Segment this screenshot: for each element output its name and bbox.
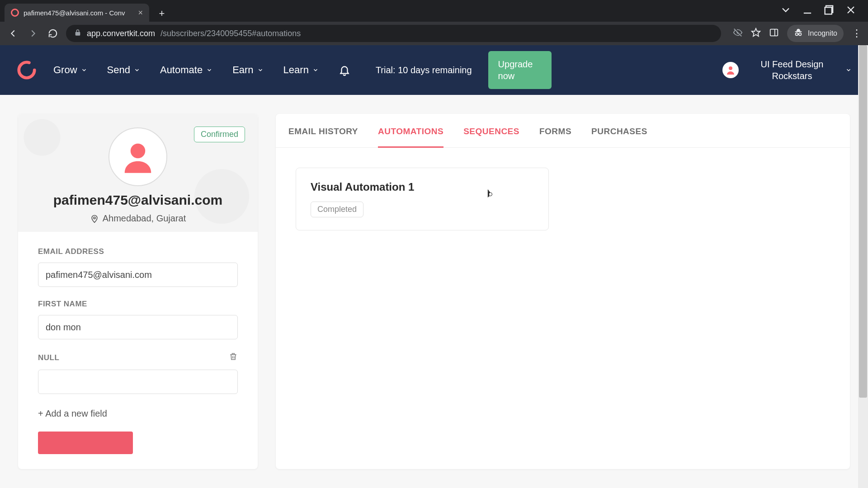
- location-pin-icon: [90, 214, 99, 223]
- status-badge: Confirmed: [194, 127, 245, 142]
- nav-automate[interactable]: Automate: [160, 64, 212, 76]
- nav-earn-label: Earn: [232, 64, 253, 76]
- account-name: UI Feed Design Rockstars: [747, 58, 837, 82]
- side-panel-icon[interactable]: [769, 28, 779, 39]
- svg-rect-6: [770, 29, 778, 36]
- automation-card-status: Completed: [311, 202, 363, 217]
- svg-point-13: [131, 144, 146, 159]
- nav-grow-label: Grow: [53, 64, 77, 76]
- svg-marker-5: [752, 28, 760, 36]
- nav-automate-label: Automate: [160, 64, 203, 76]
- chevron-down-icon: [845, 67, 852, 73]
- location-text: Ahmedabad, Gujarat: [103, 213, 186, 224]
- minimize-button[interactable]: [801, 4, 814, 18]
- email-field[interactable]: [38, 263, 238, 287]
- browser-tab[interactable]: pafimen475@alvisani.com - Conv ×: [5, 4, 149, 22]
- scrollbar-thumb[interactable]: [859, 45, 867, 398]
- nav-learn[interactable]: Learn: [283, 64, 319, 76]
- reload-button[interactable]: [46, 27, 60, 40]
- notifications-bell-icon[interactable]: [339, 64, 350, 76]
- url-path: /subscribers/2340095455#automations: [160, 29, 301, 38]
- null-field[interactable]: [38, 370, 238, 394]
- add-field-button[interactable]: + Add a new field: [38, 408, 238, 419]
- nav-earn[interactable]: Earn: [232, 64, 263, 76]
- convertkit-logo-icon[interactable]: [16, 60, 37, 80]
- first-name-field[interactable]: [38, 315, 238, 339]
- address-bar[interactable]: app.convertkit.com/subscribers/234009545…: [66, 25, 721, 42]
- email-field-label: EMAIL ADDRESS: [38, 247, 238, 256]
- nav-grow[interactable]: Grow: [53, 64, 87, 76]
- app-header: Grow Send Automate Earn Learn Trial: 10 …: [0, 45, 868, 95]
- upgrade-button[interactable]: Upgrade now: [488, 51, 552, 89]
- primary-action-button[interactable]: [38, 432, 133, 454]
- chevron-down-icon: [134, 67, 140, 73]
- vertical-scrollbar[interactable]: [858, 45, 868, 488]
- nav-learn-label: Learn: [283, 64, 309, 76]
- tab-email-history[interactable]: EMAIL HISTORY: [288, 127, 358, 147]
- subscriber-location: Ahmedabad, Gujarat: [31, 213, 245, 224]
- subscriber-detail-main: EMAIL HISTORY AUTOMATIONS SEQUENCES FORM…: [276, 114, 850, 469]
- svg-rect-2: [825, 7, 832, 14]
- subscriber-sidebar: Confirmed pafimen475@alvisani.com Ahmeda…: [18, 114, 258, 469]
- lock-icon: [74, 29, 81, 38]
- close-window-button[interactable]: [844, 4, 857, 18]
- tab-forms[interactable]: FORMS: [539, 127, 571, 147]
- delete-field-icon[interactable]: [229, 352, 238, 363]
- automation-card-title: Visual Automation 1: [311, 181, 534, 193]
- subscriber-avatar-icon: [108, 127, 167, 186]
- close-tab-icon[interactable]: ×: [138, 8, 143, 18]
- browser-menu-button[interactable]: ⋮: [852, 28, 862, 39]
- convertkit-favicon-icon: [11, 9, 19, 17]
- chevron-down-icon: [257, 67, 264, 73]
- tab-title: pafimen475@alvisani.com - Conv: [24, 9, 133, 17]
- account-menu[interactable]: UI Feed Design Rockstars: [722, 58, 852, 82]
- tab-purchases[interactable]: PURCHASES: [591, 127, 647, 147]
- chevron-down-icon: [206, 67, 212, 73]
- incognito-icon: [793, 28, 803, 39]
- svg-point-11: [19, 62, 35, 78]
- first-name-field-label: FIRST NAME: [38, 300, 238, 309]
- null-field-label-text: NULL: [38, 353, 59, 362]
- account-avatar-icon: [722, 62, 739, 78]
- svg-point-12: [729, 66, 732, 70]
- nav-send[interactable]: Send: [107, 64, 140, 76]
- nav-send-label: Send: [107, 64, 130, 76]
- tab-sequences[interactable]: SEQUENCES: [463, 127, 519, 147]
- chevron-down-icon: [81, 67, 87, 73]
- new-tab-button[interactable]: +: [154, 5, 170, 22]
- bookmark-star-icon[interactable]: [751, 28, 761, 39]
- incognito-label: Incognito: [808, 29, 837, 38]
- svg-point-8: [796, 33, 798, 36]
- eye-off-icon[interactable]: [733, 28, 743, 39]
- maximize-button[interactable]: [823, 4, 835, 18]
- trial-status: Trial: 10 days remaining: [376, 64, 472, 76]
- detail-tabs: EMAIL HISTORY AUTOMATIONS SEQUENCES FORM…: [276, 114, 850, 148]
- svg-point-14: [94, 217, 95, 219]
- back-button[interactable]: [6, 27, 20, 40]
- url-host: app.convertkit.com: [87, 29, 155, 38]
- automation-card[interactable]: Visual Automation 1 Completed: [296, 168, 549, 230]
- tab-search-icon[interactable]: [779, 4, 792, 18]
- forward-button[interactable]: [26, 27, 40, 40]
- incognito-badge[interactable]: Incognito: [787, 25, 844, 42]
- subscriber-email-heading: pafimen475@alvisani.com: [31, 192, 245, 208]
- tab-automations[interactable]: AUTOMATIONS: [378, 127, 443, 147]
- svg-point-9: [799, 33, 802, 36]
- chevron-down-icon: [312, 67, 319, 73]
- null-field-label: NULL: [38, 352, 238, 363]
